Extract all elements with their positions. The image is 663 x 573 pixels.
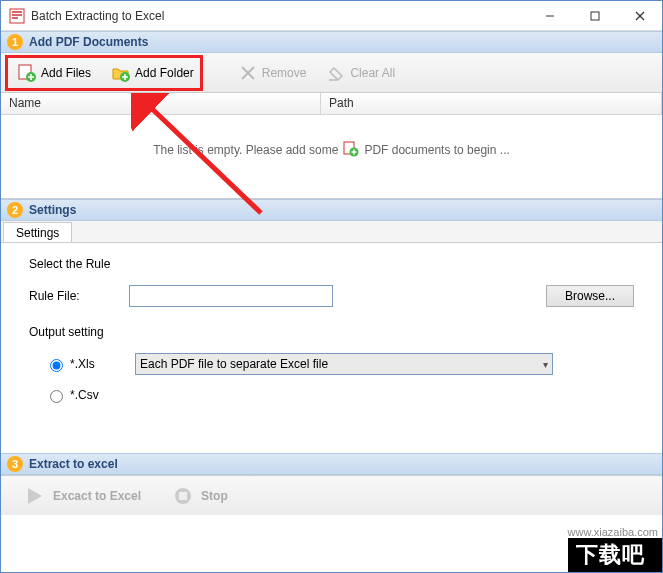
empty-list-message: The list is empty. Please add some PDF d… [1,115,662,185]
play-icon [23,484,47,508]
output-mode-select[interactable]: Each PDF file to separate Excel file ▾ [135,353,553,375]
titlebar: Batch Extracting to Excel [1,1,662,31]
xls-radio-label: *.Xls [70,357,95,371]
maximize-button[interactable] [572,1,617,30]
app-window: Batch Extracting to Excel 1 Add PDF Docu… [0,0,663,573]
empty-text-before: The list is empty. Please add some [153,143,338,157]
extract-toolbar: Excact to Excel Stop [1,475,662,515]
csv-radio-input[interactable] [50,390,63,403]
xls-radio-input[interactable] [50,359,63,372]
stop-icon [171,484,195,508]
add-files-button[interactable]: Add Files [9,59,99,87]
step-badge-1: 1 [7,34,23,50]
rule-file-label: Rule File: [29,289,119,303]
svg-rect-14 [179,492,187,500]
settings-tabstrip: Settings [1,221,662,243]
add-folder-button[interactable]: Add Folder [103,59,202,87]
add-folder-icon [111,63,131,83]
section-title-2: Settings [29,203,76,217]
watermark-url: www.xiazaiba.com [568,526,662,538]
section-header-add-documents: 1 Add PDF Documents [1,31,662,53]
watermark: www.xiazaiba.com 下载吧 [568,526,662,572]
watermark-text: 下载吧 [568,538,662,572]
pdf-add-icon [342,140,360,161]
add-folder-label: Add Folder [135,66,194,80]
stop-label: Stop [201,489,228,503]
select-rule-label: Select the Rule [29,257,110,271]
extract-label: Excact to Excel [53,489,141,503]
window-controls [527,1,662,30]
rule-file-input[interactable] [129,285,333,307]
add-toolbar: Add Files Add Folder Remove Clear All [1,53,662,93]
svg-rect-2 [591,12,599,20]
csv-radio[interactable]: *.Csv [45,387,99,403]
section-title-3: Extract to excel [29,457,118,471]
step-badge-3: 3 [7,456,23,472]
column-path[interactable]: Path [321,93,662,114]
minimize-button[interactable] [527,1,572,30]
output-mode-value: Each PDF file to separate Excel file [140,357,328,371]
chevron-down-icon: ▾ [543,359,548,370]
settings-panel: Select the Rule Rule File: Browse... Out… [1,243,662,453]
svg-rect-0 [10,9,24,23]
extract-to-excel-button[interactable]: Excact to Excel [23,484,141,508]
column-name[interactable]: Name [1,93,321,114]
browse-button[interactable]: Browse... [546,285,634,307]
tab-settings[interactable]: Settings [3,222,72,242]
xls-radio[interactable]: *.Xls [45,356,125,372]
stop-button[interactable]: Stop [171,484,228,508]
add-files-label: Add Files [41,66,91,80]
file-list: Name Path The list is empty. Please add … [1,93,662,199]
empty-text-after: PDF documents to begin ... [364,143,509,157]
output-setting-label: Output setting [29,325,104,339]
app-icon [9,8,25,24]
step-badge-2: 2 [7,202,23,218]
section-header-settings: 2 Settings [1,199,662,221]
clear-all-label: Clear All [350,66,395,80]
section-header-extract: 3 Extract to excel [1,453,662,475]
remove-label: Remove [262,66,307,80]
remove-button[interactable]: Remove [230,59,315,87]
section-title-1: Add PDF Documents [29,35,148,49]
clear-all-button[interactable]: Clear All [318,59,403,87]
window-title: Batch Extracting to Excel [31,9,527,23]
remove-icon [238,63,258,83]
csv-radio-label: *.Csv [70,388,99,402]
close-button[interactable] [617,1,662,30]
clear-all-icon [326,63,346,83]
add-files-icon [17,63,37,83]
file-list-header: Name Path [1,93,662,115]
